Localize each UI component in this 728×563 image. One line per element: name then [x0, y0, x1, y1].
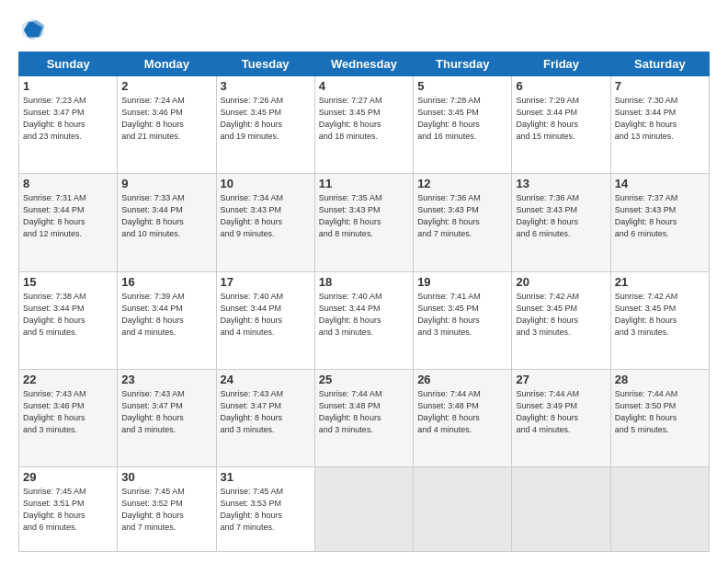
calendar-header: SundayMondayTuesdayWednesdayThursdayFrid…: [19, 52, 710, 76]
day-number: 14: [615, 177, 705, 190]
day-info: Sunrise: 7:42 AM Sunset: 3:45 PM Dayligh…: [615, 291, 705, 339]
day-info: Sunrise: 7:44 AM Sunset: 3:48 PM Dayligh…: [417, 388, 507, 436]
day-cell: 30Sunrise: 7:45 AM Sunset: 3:52 PM Dayli…: [118, 467, 216, 552]
day-number: 31: [221, 470, 311, 484]
day-info: Sunrise: 7:44 AM Sunset: 3:50 PM Dayligh…: [615, 388, 705, 436]
day-info: Sunrise: 7:44 AM Sunset: 3:49 PM Dayligh…: [516, 388, 606, 436]
calendar-body: 1Sunrise: 7:23 AM Sunset: 3:47 PM Daylig…: [19, 76, 710, 552]
week-row-2: 8Sunrise: 7:31 AM Sunset: 3:44 PM Daylig…: [19, 174, 710, 271]
day-info: Sunrise: 7:44 AM Sunset: 3:48 PM Dayligh…: [319, 388, 409, 436]
col-header-friday: Friday: [512, 52, 610, 76]
day-info: Sunrise: 7:43 AM Sunset: 3:47 PM Dayligh…: [121, 388, 211, 436]
day-cell: [314, 467, 413, 552]
day-info: Sunrise: 7:39 AM Sunset: 3:44 PM Dayligh…: [121, 291, 211, 339]
day-info: Sunrise: 7:23 AM Sunset: 3:47 PM Dayligh…: [23, 95, 113, 143]
day-cell: 18Sunrise: 7:40 AM Sunset: 3:44 PM Dayli…: [314, 271, 413, 369]
day-info: Sunrise: 7:33 AM Sunset: 3:44 PM Dayligh…: [121, 192, 211, 240]
day-cell: 3Sunrise: 7:26 AM Sunset: 3:45 PM Daylig…: [216, 76, 314, 174]
week-row-1: 1Sunrise: 7:23 AM Sunset: 3:47 PM Daylig…: [19, 76, 710, 174]
day-cell: 25Sunrise: 7:44 AM Sunset: 3:48 PM Dayli…: [314, 369, 413, 466]
day-number: 10: [221, 177, 311, 190]
day-info: Sunrise: 7:40 AM Sunset: 3:44 PM Dayligh…: [319, 291, 409, 339]
day-info: Sunrise: 7:40 AM Sunset: 3:44 PM Dayligh…: [221, 291, 311, 339]
logo-icon: [18, 15, 48, 44]
day-cell: 10Sunrise: 7:34 AM Sunset: 3:43 PM Dayli…: [216, 174, 314, 271]
col-header-wednesday: Wednesday: [314, 52, 413, 76]
day-cell: 21Sunrise: 7:42 AM Sunset: 3:45 PM Dayli…: [610, 271, 709, 369]
header: [18, 15, 710, 44]
day-cell: 9Sunrise: 7:33 AM Sunset: 3:44 PM Daylig…: [118, 174, 216, 271]
day-cell: 15Sunrise: 7:38 AM Sunset: 3:44 PM Dayli…: [19, 271, 118, 369]
day-info: Sunrise: 7:45 AM Sunset: 3:53 PM Dayligh…: [221, 486, 311, 534]
day-cell: 8Sunrise: 7:31 AM Sunset: 3:44 PM Daylig…: [19, 174, 118, 271]
day-info: Sunrise: 7:36 AM Sunset: 3:43 PM Dayligh…: [417, 192, 507, 240]
day-cell: 2Sunrise: 7:24 AM Sunset: 3:46 PM Daylig…: [118, 76, 216, 174]
day-info: Sunrise: 7:28 AM Sunset: 3:45 PM Dayligh…: [417, 95, 507, 143]
day-number: 5: [417, 79, 507, 93]
day-cell: 28Sunrise: 7:44 AM Sunset: 3:50 PM Dayli…: [610, 369, 709, 466]
day-cell: 14Sunrise: 7:37 AM Sunset: 3:43 PM Dayli…: [610, 174, 709, 271]
day-cell: [414, 467, 512, 552]
day-info: Sunrise: 7:35 AM Sunset: 3:43 PM Dayligh…: [319, 192, 409, 240]
day-number: 28: [615, 373, 705, 386]
day-number: 6: [516, 79, 606, 93]
day-info: Sunrise: 7:45 AM Sunset: 3:52 PM Dayligh…: [121, 486, 211, 534]
day-number: 11: [319, 177, 409, 190]
day-cell: 17Sunrise: 7:40 AM Sunset: 3:44 PM Dayli…: [216, 271, 314, 369]
day-number: 16: [121, 275, 211, 289]
day-number: 8: [23, 177, 113, 190]
day-cell: 26Sunrise: 7:44 AM Sunset: 3:48 PM Dayli…: [414, 369, 512, 466]
day-number: 7: [615, 79, 705, 93]
day-cell: 12Sunrise: 7:36 AM Sunset: 3:43 PM Dayli…: [414, 174, 512, 271]
day-cell: 24Sunrise: 7:43 AM Sunset: 3:47 PM Dayli…: [216, 369, 314, 466]
day-cell: 23Sunrise: 7:43 AM Sunset: 3:47 PM Dayli…: [118, 369, 216, 466]
day-cell: 16Sunrise: 7:39 AM Sunset: 3:44 PM Dayli…: [118, 271, 216, 369]
day-number: 13: [516, 177, 606, 190]
day-cell: 4Sunrise: 7:27 AM Sunset: 3:45 PM Daylig…: [314, 76, 413, 174]
day-cell: 5Sunrise: 7:28 AM Sunset: 3:45 PM Daylig…: [414, 76, 512, 174]
day-number: 18: [319, 275, 409, 289]
day-number: 1: [23, 79, 113, 93]
day-cell: 19Sunrise: 7:41 AM Sunset: 3:45 PM Dayli…: [414, 271, 512, 369]
day-number: 24: [221, 373, 311, 386]
col-header-thursday: Thursday: [414, 52, 512, 76]
day-number: 22: [23, 373, 113, 386]
day-number: 23: [121, 373, 211, 386]
day-info: Sunrise: 7:41 AM Sunset: 3:45 PM Dayligh…: [417, 291, 507, 339]
day-number: 15: [23, 275, 113, 289]
day-info: Sunrise: 7:26 AM Sunset: 3:45 PM Dayligh…: [221, 95, 311, 143]
calendar-table: SundayMondayTuesdayWednesdayThursdayFrid…: [18, 52, 710, 552]
day-number: 29: [23, 470, 113, 484]
day-number: 26: [417, 373, 507, 386]
header-row: SundayMondayTuesdayWednesdayThursdayFrid…: [19, 52, 710, 76]
day-cell: [512, 467, 610, 552]
day-info: Sunrise: 7:42 AM Sunset: 3:45 PM Dayligh…: [516, 291, 606, 339]
day-number: 27: [516, 373, 606, 386]
page: SundayMondayTuesdayWednesdayThursdayFrid…: [0, 0, 728, 563]
day-number: 19: [417, 275, 507, 289]
day-info: Sunrise: 7:34 AM Sunset: 3:43 PM Dayligh…: [221, 192, 311, 240]
col-header-saturday: Saturday: [610, 52, 709, 76]
day-number: 17: [221, 275, 311, 289]
day-number: 21: [615, 275, 705, 289]
day-number: 25: [319, 373, 409, 386]
day-info: Sunrise: 7:43 AM Sunset: 3:47 PM Dayligh…: [221, 388, 311, 436]
day-number: 2: [121, 79, 211, 93]
col-header-tuesday: Tuesday: [216, 52, 314, 76]
day-info: Sunrise: 7:31 AM Sunset: 3:44 PM Dayligh…: [23, 192, 113, 240]
day-cell: 11Sunrise: 7:35 AM Sunset: 3:43 PM Dayli…: [314, 174, 413, 271]
day-info: Sunrise: 7:29 AM Sunset: 3:44 PM Dayligh…: [516, 95, 606, 143]
week-row-5: 29Sunrise: 7:45 AM Sunset: 3:51 PM Dayli…: [19, 467, 710, 552]
day-info: Sunrise: 7:43 AM Sunset: 3:46 PM Dayligh…: [23, 388, 113, 436]
day-cell: 22Sunrise: 7:43 AM Sunset: 3:46 PM Dayli…: [19, 369, 118, 466]
day-number: 12: [417, 177, 507, 190]
day-cell: 20Sunrise: 7:42 AM Sunset: 3:45 PM Dayli…: [512, 271, 610, 369]
day-info: Sunrise: 7:24 AM Sunset: 3:46 PM Dayligh…: [121, 95, 211, 143]
day-info: Sunrise: 7:37 AM Sunset: 3:43 PM Dayligh…: [615, 192, 705, 240]
col-header-monday: Monday: [118, 52, 216, 76]
logo: [18, 15, 51, 44]
day-number: 9: [121, 177, 211, 190]
week-row-4: 22Sunrise: 7:43 AM Sunset: 3:46 PM Dayli…: [19, 369, 710, 466]
day-info: Sunrise: 7:27 AM Sunset: 3:45 PM Dayligh…: [319, 95, 409, 143]
day-cell: 1Sunrise: 7:23 AM Sunset: 3:47 PM Daylig…: [19, 76, 118, 174]
